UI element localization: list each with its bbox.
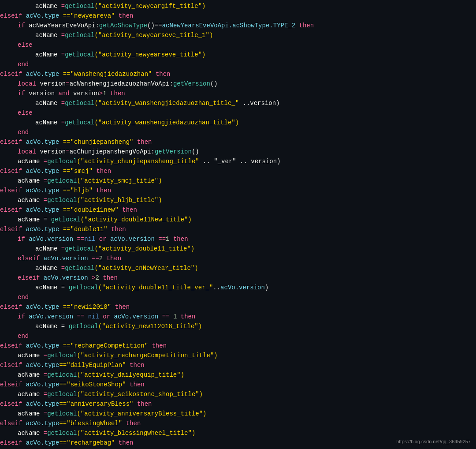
token-eq: = xyxy=(66,148,69,155)
token-str: ("activity_seikostone_shop_title") xyxy=(77,391,203,398)
token-eq: = xyxy=(44,391,47,398)
code-line: elseif acVo.type =="new112018" then xyxy=(0,303,476,312)
token-plain: ) xyxy=(276,100,279,107)
line-content: if version and version>1 then xyxy=(0,89,472,99)
code-line: acName =getlocal("activity_blessingwheel… xyxy=(0,429,476,438)
line-content: acName = getlocal("activity_double11_tit… xyxy=(0,283,472,293)
token-kw: elseif xyxy=(0,71,26,78)
token-plain: () xyxy=(210,80,218,87)
token-kw: elseif xyxy=(0,138,26,146)
token-acvo: acVo.type xyxy=(26,12,63,19)
token-plain: acName xyxy=(35,245,61,252)
token-plain: acName xyxy=(35,119,61,126)
code-line: if acVo.version == nil or acVo.version =… xyxy=(0,312,476,322)
token-kw: elseif xyxy=(0,381,26,388)
token-str: =="anniversaryBless" xyxy=(59,400,137,408)
token-kw: end xyxy=(18,294,29,301)
code-line: end xyxy=(0,293,476,303)
token-plain: acName xyxy=(18,391,44,398)
code-line: if acVo.version ==nil or acVo.version ==… xyxy=(0,235,476,244)
code-line: acName =getlocal("activity_hljb_title") xyxy=(0,196,476,206)
token-eq: > xyxy=(99,90,103,97)
token-kw: if xyxy=(18,236,29,243)
token-plain: .. xyxy=(213,284,220,291)
code-line: acName =getlocal("activity_seikostone_sh… xyxy=(0,390,476,400)
token-acvo: acVo.version xyxy=(220,284,265,291)
token-eq: = xyxy=(44,177,47,184)
code-line: end xyxy=(0,60,476,70)
token-kw: then xyxy=(173,236,188,243)
token-kw: elseif xyxy=(0,362,26,369)
token-acvo: acVo.type xyxy=(26,303,63,311)
code-editor: acName =getlocal("activity_newyeargift_t… xyxy=(0,0,476,449)
token-plain: acName xyxy=(18,352,44,359)
code-line: elseif acVo.type=="dailyEquipPlan" then xyxy=(0,361,476,370)
token-str: ("activity_newyearseve_title") xyxy=(94,51,205,58)
token-plain: () xyxy=(192,148,199,155)
token-kw: then xyxy=(152,342,167,349)
token-eq: = xyxy=(61,119,65,126)
token-plain: .. xyxy=(243,100,250,107)
token-eq: = xyxy=(61,265,65,272)
token-eq: = xyxy=(61,3,65,10)
token-kw: then xyxy=(96,168,111,175)
code-line: local version=acWanshengjiedazuozhanVoAp… xyxy=(0,79,476,89)
token-acvo: acVo.type xyxy=(26,420,60,427)
token-kw: elseif xyxy=(18,255,44,262)
token-kw: and xyxy=(58,90,73,97)
code-line: acName =getlocal("activity_double11_titl… xyxy=(0,244,476,254)
token-fn: getlocal xyxy=(65,3,94,10)
line-content: acName =getlocal("activity_seikostone_sh… xyxy=(0,390,472,400)
token-acvo: acNewYearsEveVoApi.acShowType.TYPE_2 xyxy=(162,22,299,29)
token-eq: = xyxy=(66,80,69,87)
code-line: else xyxy=(0,109,476,118)
token-fn: getVersion xyxy=(155,148,192,155)
token-eq: = xyxy=(44,158,47,165)
code-line: elseif acVo.type =="chunjiepansheng" the… xyxy=(0,138,476,147)
token-eq: = xyxy=(61,51,65,58)
code-line: end xyxy=(0,128,476,138)
line-content: acName = getlocal("activity_new112018_ti… xyxy=(0,322,472,332)
token-plain: : xyxy=(95,22,99,29)
code-line: elseif acVo.type=="anniversaryBless" the… xyxy=(0,400,476,409)
token-fn: getlocal xyxy=(47,197,77,204)
code-line: if version and version>1 then xyxy=(0,89,476,99)
code-line: acName =getlocal("activity_anniversaryBl… xyxy=(0,409,476,419)
token-acvo: acVo.type xyxy=(26,71,63,78)
token-plain: ()== xyxy=(147,22,162,29)
token-str: =="double11new" xyxy=(63,206,122,213)
line-content: elseif acVo.version ==2 then xyxy=(0,254,472,264)
token-kw: elseif xyxy=(0,303,26,311)
token-acvo: acVo.version xyxy=(44,255,92,262)
token-plain: version xyxy=(29,90,58,97)
token-kw: if xyxy=(18,90,29,97)
token-fn: getlocal xyxy=(69,323,98,330)
token-eq: = xyxy=(44,410,47,417)
line-content: elseif acVo.type=="blessingWheel" then xyxy=(0,419,472,429)
code-line: elseif acVo.type =="wanshengjiedazuozhan… xyxy=(0,70,476,79)
token-str: =="newyeareva" xyxy=(63,12,119,19)
line-content: elseif acVo.version >2 then xyxy=(0,273,472,283)
line-content: acName =getlocal("activity_cnNewYear_tit… xyxy=(0,264,472,273)
token-plain: version xyxy=(247,158,277,165)
token-eq: == xyxy=(92,255,99,262)
token-str: ("activity_chunjiepansheng_title" xyxy=(77,158,203,165)
line-content: elseif acVo.type =="new112018" then xyxy=(0,303,472,312)
line-content: end xyxy=(0,293,472,303)
code-line: acName =getlocal("activity_wanshengjieda… xyxy=(0,99,476,109)
token-fn: getlocal xyxy=(65,265,94,272)
token-fn: getlocal xyxy=(65,245,94,252)
token-nil: nil xyxy=(88,313,103,320)
token-str: ("activity_double11_title") xyxy=(94,245,194,252)
line-content: acName =getlocal("activity_smcj_title") xyxy=(0,176,472,186)
token-acvo: acVo.type xyxy=(26,439,60,446)
token-kw: if xyxy=(18,313,29,320)
token-kw: local xyxy=(18,80,40,87)
token-acvo: acVo.version xyxy=(110,236,158,243)
code-line: elseif acVo.type=="seikoStoneShop" then xyxy=(0,380,476,390)
token-fn: getlocal xyxy=(65,119,94,126)
line-content: acName =getlocal("activity_rechargeCompe… xyxy=(0,351,472,361)
token-plain: acName xyxy=(18,410,44,417)
token-plain: version xyxy=(40,80,66,87)
token-plain: acName xyxy=(35,51,61,58)
